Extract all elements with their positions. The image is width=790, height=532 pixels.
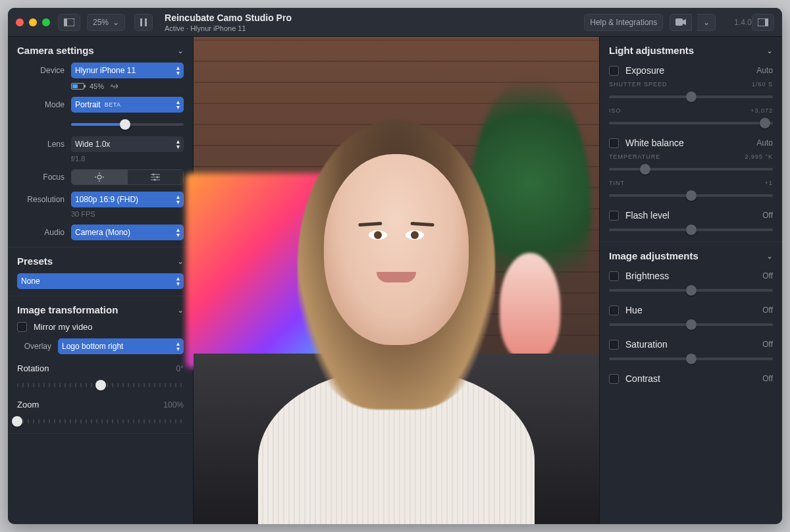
hue-value: Off xyxy=(762,306,773,315)
resolution-value: 1080p 16:9 (FHD) xyxy=(75,195,138,204)
device-select[interactable]: Hlynur iPhone 11 ▴▾ xyxy=(71,63,184,78)
app-status: Active · Hlynur iPhone 11 xyxy=(165,24,584,32)
app-title: Reincubate Camo Studio Pro xyxy=(165,13,584,23)
saturation-label: Saturation xyxy=(625,339,668,350)
hue-checkbox[interactable] xyxy=(609,306,619,315)
tint-slider[interactable] xyxy=(609,190,773,201)
white-balance-checkbox[interactable] xyxy=(609,138,619,148)
iso-label: ISO xyxy=(609,107,621,114)
app-window: 25% ⌄ Reincubate Camo Studio Pro Active … xyxy=(8,8,782,524)
temperature-value: 2,995 °K xyxy=(745,153,773,160)
flash-value: Off xyxy=(762,211,773,220)
camera-source-menu[interactable]: ⌄ xyxy=(697,14,716,31)
focus-segmented[interactable] xyxy=(71,169,184,185)
image-adjustments-header[interactable]: Image adjustments ⌄ xyxy=(609,250,773,261)
video-preview xyxy=(194,37,599,524)
rotation-label: Rotation xyxy=(17,363,49,373)
zoom-value: 100% xyxy=(163,400,184,410)
stepper-arrows-icon: ▴▾ xyxy=(176,99,180,110)
saturation-value: Off xyxy=(762,340,773,349)
lens-label: Lens xyxy=(17,140,65,149)
lens-value: Wide 1.0x xyxy=(75,140,110,149)
zoom-select[interactable]: 25% ⌄ xyxy=(87,14,125,31)
pause-button[interactable] xyxy=(134,14,153,31)
zoom-value: 25% xyxy=(93,18,109,27)
minimize-icon[interactable] xyxy=(29,18,37,26)
image-adjustments-section: Image adjustments ⌄ Brightness Off Hue O… xyxy=(600,242,782,390)
mode-select[interactable]: Portrait BETA ▴▾ xyxy=(71,97,184,113)
temperature-label: TEMPERATURE xyxy=(609,153,660,160)
fullscreen-icon[interactable] xyxy=(42,18,50,26)
mirror-label: Mirror my video xyxy=(34,322,93,332)
camera-icon xyxy=(675,18,686,26)
aperture-value: f/1.8 xyxy=(71,155,184,163)
audio-value: Camera (Mono) xyxy=(75,228,130,237)
camera-settings-section: Camera settings ⌄ Device Hlynur iPhone 1… xyxy=(8,37,193,248)
left-panel: Camera settings ⌄ Device Hlynur iPhone 1… xyxy=(8,37,194,524)
sidebar-icon xyxy=(64,18,74,26)
resolution-select[interactable]: 1080p 16:9 (FHD) ▴▾ xyxy=(71,192,184,207)
mode-value: Portrait xyxy=(75,100,101,109)
brightness-slider[interactable] xyxy=(609,285,773,296)
hue-slider[interactable] xyxy=(609,319,773,330)
temperature-slider[interactable] xyxy=(609,164,773,174)
title-block: Reincubate Camo Studio Pro Active · Hlyn… xyxy=(153,13,584,32)
battery-percent: 45% xyxy=(90,82,104,90)
contrast-label: Contrast xyxy=(625,373,660,384)
audio-select[interactable]: Camera (Mono) ▴▾ xyxy=(71,225,184,240)
brightness-label: Brightness xyxy=(625,271,669,281)
saturation-slider[interactable] xyxy=(609,354,773,364)
device-label: Device xyxy=(17,66,65,75)
section-title: Image transformation xyxy=(17,304,118,315)
chevron-down-icon: ⌄ xyxy=(113,18,119,27)
zoom-slider[interactable] xyxy=(17,416,184,427)
flash-label: Flash level xyxy=(625,210,670,221)
device-status: 45% xyxy=(71,82,184,90)
mode-intensity-slider[interactable] xyxy=(71,119,184,130)
saturation-checkbox[interactable] xyxy=(609,340,619,350)
white-balance-value: Auto xyxy=(756,138,773,147)
stepper-arrows-icon: ▴▾ xyxy=(176,227,180,238)
mirror-checkbox[interactable] xyxy=(17,322,27,332)
window-controls xyxy=(16,18,50,26)
toggle-sidebar-button[interactable] xyxy=(58,14,80,31)
light-adjustments-header[interactable]: Light adjustments ⌄ xyxy=(609,45,773,56)
flash-checkbox[interactable] xyxy=(609,211,619,221)
zoom-label: Zoom xyxy=(17,400,39,410)
overlay-select[interactable]: Logo bottom right ▴▾ xyxy=(58,338,184,354)
mode-label: Mode xyxy=(17,100,65,109)
chevron-down-icon: ⌄ xyxy=(177,46,184,55)
shutter-speed-slider[interactable] xyxy=(609,92,773,102)
mode-beta-badge: BETA xyxy=(105,101,121,108)
preset-value: None xyxy=(21,277,40,286)
usb-icon xyxy=(109,83,120,90)
focus-manual-button[interactable] xyxy=(128,170,184,184)
brightness-checkbox[interactable] xyxy=(609,271,619,281)
lens-select[interactable]: Wide 1.0x ▴▾ xyxy=(71,136,184,152)
contrast-checkbox[interactable] xyxy=(609,374,619,384)
rotation-value: 0° xyxy=(176,364,184,373)
tint-label: TINT xyxy=(609,180,625,186)
camera-settings-header[interactable]: Camera settings ⌄ xyxy=(17,45,184,56)
preset-select[interactable]: None ▴▾ xyxy=(17,273,184,289)
iso-slider[interactable] xyxy=(609,118,773,128)
exposure-value: Auto xyxy=(756,66,773,75)
help-integrations-button[interactable]: Help & Integrations xyxy=(584,14,663,31)
svg-rect-4 xyxy=(675,18,683,26)
toggle-right-sidebar-button[interactable] xyxy=(752,14,774,31)
svg-rect-6 xyxy=(765,18,768,26)
exposure-checkbox[interactable] xyxy=(609,66,619,76)
audio-label: Audio xyxy=(17,228,65,237)
presets-header[interactable]: Presets ⌄ xyxy=(17,255,184,267)
right-panel: Light adjustments ⌄ Exposure Auto SHUTTE… xyxy=(599,37,782,524)
camera-source-button[interactable] xyxy=(670,14,692,31)
chevron-down-icon: ⌄ xyxy=(177,257,184,266)
focus-auto-button[interactable] xyxy=(72,170,128,184)
close-icon[interactable] xyxy=(16,18,24,26)
stepper-arrows-icon: ▴▾ xyxy=(176,341,180,352)
rotation-slider[interactable] xyxy=(17,380,184,390)
image-transformation-header[interactable]: Image transformation ⌄ xyxy=(17,304,184,315)
flash-slider[interactable] xyxy=(609,225,773,235)
svg-rect-1 xyxy=(64,18,67,26)
exposure-label: Exposure xyxy=(625,65,664,76)
